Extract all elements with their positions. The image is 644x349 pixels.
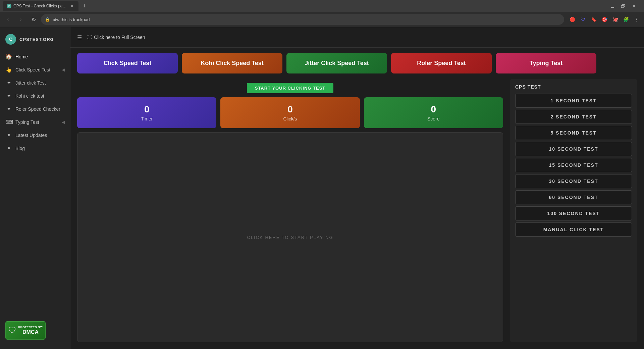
typing-arrow: ◀ bbox=[62, 120, 65, 124]
fullscreen-label: Click here to Full Screen bbox=[94, 35, 145, 40]
dmca-text: PROTECTED BY: DMCA bbox=[18, 326, 43, 336]
kohi-icon: ✦ bbox=[5, 93, 12, 99]
test-5-second[interactable]: 5 SECOND TEST bbox=[515, 126, 632, 140]
clicks-label: Click/s bbox=[227, 116, 353, 121]
sidebar-bottom: 🛡 PROTECTED BY: DMCA bbox=[0, 316, 70, 345]
active-tab[interactable]: C CPS Test - Check Clicks per Second ✕ bbox=[3, 1, 78, 11]
tab-bar: C CPS Test - Check Clicks per Second ✕ +… bbox=[0, 0, 644, 12]
ext-6[interactable]: 🧩 bbox=[621, 15, 631, 24]
ext-2[interactable]: 🛡 bbox=[578, 15, 588, 24]
blog-icon: ✦ bbox=[5, 145, 12, 151]
home-icon: 🏠 bbox=[5, 53, 12, 60]
back-button[interactable]: ‹ bbox=[3, 14, 13, 25]
topbar: ☰ ⛶ Click here to Full Screen bbox=[70, 27, 644, 48]
sidebar-label-kohi: Kohi click test bbox=[15, 93, 44, 99]
ext-4[interactable]: 🎯 bbox=[600, 15, 609, 24]
stats-row: 0 Timer 0 Click/s 0 Score bbox=[77, 97, 503, 128]
test-10-second[interactable]: 10 SECOND TEST bbox=[515, 142, 632, 156]
tab-favicon: C bbox=[7, 4, 11, 8]
menu-icon[interactable]: ☰ bbox=[77, 34, 82, 41]
score-label: Score bbox=[371, 116, 496, 121]
logo-text: CPSTEST.ORG bbox=[19, 37, 54, 42]
test-15-second[interactable]: 15 SECOND TEST bbox=[515, 158, 632, 172]
sidebar-item-typing-test[interactable]: ⌨ Typing Test ◀ bbox=[0, 115, 70, 129]
test-2-second[interactable]: 2 SECOND TEST bbox=[515, 110, 632, 124]
cps-panel: CPS TEST 1 SECOND TEST 2 SECOND TEST 5 S… bbox=[510, 79, 637, 342]
test-buttons-list: 1 SECOND TEST 2 SECOND TEST 5 SECOND TES… bbox=[515, 94, 632, 237]
jitter-icon: ✦ bbox=[5, 80, 12, 86]
maximize-button[interactable]: 🗗 bbox=[619, 1, 628, 11]
click-speed-icon: 👆 bbox=[5, 66, 12, 73]
start-clicking-test-button[interactable]: START YOUR CLICKING TEST bbox=[247, 83, 334, 93]
main-content: ☰ ⛶ Click here to Full Screen Click Spee… bbox=[70, 27, 644, 349]
click-area[interactable]: CLICK HERE TO START PLAYING bbox=[77, 132, 503, 342]
game-main: START YOUR CLICKING TEST 0 Timer 0 Click… bbox=[77, 79, 503, 342]
window-controls: 🗕 🗗 ✕ bbox=[608, 1, 641, 11]
close-tab-button[interactable]: ✕ bbox=[69, 3, 74, 9]
sidebar-label-jitter: Jitter click Test bbox=[15, 80, 46, 86]
ext-1[interactable]: 🔴 bbox=[568, 15, 577, 24]
ext-7[interactable]: ⋮ bbox=[632, 15, 641, 24]
dmca-icon: 🛡 bbox=[8, 326, 16, 335]
dmca-protected-text: PROTECTED BY: bbox=[18, 326, 43, 329]
browser-extensions: 🔴 🛡 🔖 🎯 🐙 🧩 ⋮ bbox=[566, 15, 641, 24]
dmca-badge[interactable]: 🛡 PROTECTED BY: DMCA bbox=[5, 321, 46, 340]
tab-title: CPS Test - Check Clicks per Second bbox=[13, 4, 67, 8]
game-section: START YOUR CLICKING TEST 0 Timer 0 Click… bbox=[70, 79, 644, 349]
sidebar-item-kohi-click[interactable]: ✦ Kohi click test bbox=[0, 89, 70, 102]
browser-chrome: C CPS Test - Check Clicks per Second ✕ +… bbox=[0, 0, 644, 27]
close-button[interactable]: ✕ bbox=[629, 1, 639, 11]
tab-kohi-click-speed[interactable]: Kohi Click Speed Test bbox=[182, 53, 282, 73]
timer-box: 0 Timer bbox=[77, 97, 216, 128]
sidebar: C CPSTEST.ORG 🏠 Home 👆 Click Speed Test … bbox=[0, 27, 70, 349]
new-tab-button[interactable]: + bbox=[80, 1, 89, 11]
test-1-second[interactable]: 1 SECOND TEST bbox=[515, 94, 632, 108]
typing-icon: ⌨ bbox=[5, 119, 12, 125]
app: C CPSTEST.ORG 🏠 Home 👆 Click Speed Test … bbox=[0, 27, 644, 349]
sidebar-label-roler: Roler Speed Checker bbox=[15, 106, 60, 112]
ext-3[interactable]: 🔖 bbox=[589, 15, 598, 24]
test-60-second[interactable]: 60 SECOND TEST bbox=[515, 190, 632, 204]
tab-typing-test[interactable]: Typing Test bbox=[496, 53, 596, 73]
test-100-second[interactable]: 100 SECOND TEST bbox=[515, 206, 632, 220]
cps-panel-title: CPS TEST bbox=[515, 84, 632, 90]
tab-click-speed-test[interactable]: Click Speed Test bbox=[77, 53, 178, 73]
url-text: btw this is trackpad bbox=[53, 17, 90, 22]
sidebar-item-jitter-click[interactable]: ✦ Jitter click Test bbox=[0, 76, 70, 89]
sidebar-label-blog: Blog bbox=[15, 146, 25, 151]
forward-button: › bbox=[15, 14, 26, 25]
roler-icon: ✦ bbox=[5, 106, 12, 112]
sidebar-item-latest-updates[interactable]: ✦ Latest Updates bbox=[0, 129, 70, 142]
timer-label: Timer bbox=[84, 116, 210, 121]
test-manual-click[interactable]: MANUAL CLICK TEST bbox=[515, 222, 632, 237]
sidebar-label-home: Home bbox=[15, 54, 28, 59]
score-value: 0 bbox=[371, 104, 496, 115]
sidebar-logo: C CPSTEST.ORG bbox=[0, 31, 70, 50]
tab-jitter-click-speed[interactable]: Jitter Click Speed Test bbox=[286, 53, 387, 73]
sidebar-item-blog[interactable]: ✦ Blog bbox=[0, 142, 70, 155]
minimize-button[interactable]: 🗕 bbox=[608, 1, 617, 11]
sidebar-item-home[interactable]: 🏠 Home bbox=[0, 50, 70, 63]
address-bar-row: ‹ › ↻ 🔒 btw this is trackpad 🔴 🛡 🔖 🎯 🐙 🧩… bbox=[0, 12, 644, 27]
sidebar-label-typing: Typing Test bbox=[15, 119, 39, 125]
nav-tabs: Click Speed Test Kohi Click Speed Test J… bbox=[70, 48, 644, 79]
lock-icon: 🔒 bbox=[45, 17, 50, 22]
ext-5[interactable]: 🐙 bbox=[610, 15, 620, 24]
dmca-brand-text: DMCA bbox=[18, 329, 43, 335]
updates-icon: ✦ bbox=[5, 132, 12, 138]
tab-roler-speed[interactable]: Roler Speed Test bbox=[391, 53, 492, 73]
clicks-value: 0 bbox=[227, 104, 353, 115]
reload-button[interactable]: ↻ bbox=[28, 14, 39, 25]
start-button-row: START YOUR CLICKING TEST bbox=[77, 79, 503, 97]
click-speed-arrow: ◀ bbox=[62, 67, 65, 72]
address-bar[interactable]: 🔒 btw this is trackpad bbox=[41, 14, 564, 25]
fullscreen-button[interactable]: ⛶ Click here to Full Screen bbox=[85, 33, 148, 41]
sidebar-item-click-speed-test[interactable]: 👆 Click Speed Test ◀ bbox=[0, 63, 70, 76]
sidebar-item-roler-speed[interactable]: ✦ Roler Speed Checker bbox=[0, 102, 70, 115]
timer-value: 0 bbox=[84, 104, 210, 115]
sidebar-label-updates: Latest Updates bbox=[15, 133, 47, 138]
test-30-second[interactable]: 30 SECOND TEST bbox=[515, 174, 632, 188]
fullscreen-icon: ⛶ bbox=[87, 35, 92, 40]
score-box: 0 Score bbox=[364, 97, 503, 128]
sidebar-label-click-speed: Click Speed Test bbox=[15, 67, 50, 72]
